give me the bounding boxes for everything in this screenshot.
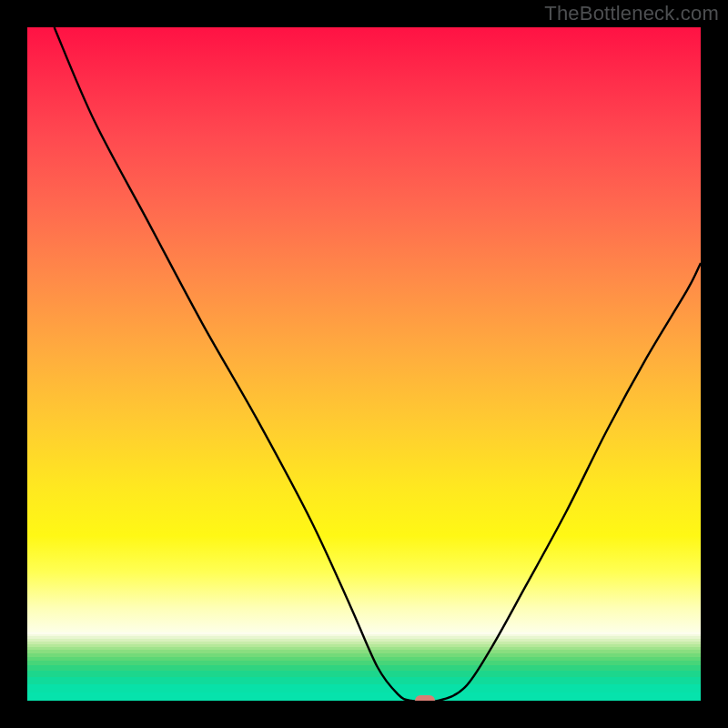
- watermark-label: TheBottleneck.com: [544, 2, 719, 25]
- optimal-marker: [415, 695, 435, 701]
- bottleneck-curve: [27, 27, 701, 701]
- plot-area: [27, 27, 701, 701]
- chart-frame: TheBottleneck.com: [0, 0, 728, 728]
